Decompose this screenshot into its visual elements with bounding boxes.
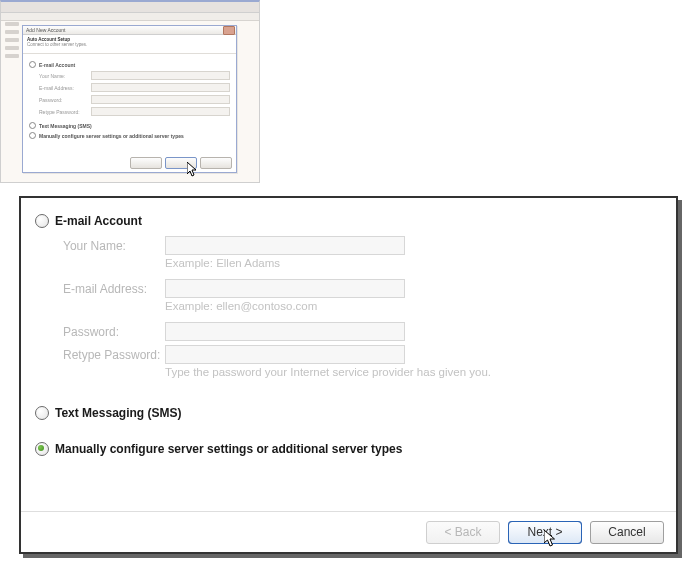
back-button: < Back bbox=[426, 521, 500, 544]
your-name-label: Your Name: bbox=[63, 239, 165, 253]
option-email-label: E-mail Account bbox=[55, 214, 142, 228]
password-label: Password: bbox=[63, 325, 165, 339]
account-setup-dialog: E-mail Account Your Name: Example: Ellen… bbox=[19, 196, 678, 554]
thumbnail-cancel-button bbox=[200, 157, 232, 169]
thumbnail-opt-email: E-mail Account bbox=[39, 62, 75, 68]
email-label: E-mail Address: bbox=[63, 282, 165, 296]
thumbnail-opt-sms: Text Messaging (SMS) bbox=[39, 123, 92, 129]
radio-icon bbox=[35, 406, 49, 420]
thumbnail-opt-manual: Manually configure server settings or ad… bbox=[39, 133, 184, 139]
dialog-footer: < Back Next > Cancel bbox=[21, 511, 676, 552]
cursor-icon bbox=[187, 162, 199, 178]
radio-checked-icon bbox=[35, 442, 49, 456]
email-field bbox=[165, 279, 405, 298]
option-text-messaging[interactable]: Text Messaging (SMS) bbox=[35, 406, 662, 420]
option-sms-label: Text Messaging (SMS) bbox=[55, 406, 181, 420]
email-account-form: Your Name: Example: Ellen Adams E-mail A… bbox=[63, 236, 662, 378]
retype-password-field bbox=[165, 345, 405, 364]
email-hint: Example: ellen@contoso.com bbox=[165, 300, 662, 312]
cancel-button[interactable]: Cancel bbox=[590, 521, 664, 544]
your-name-field bbox=[165, 236, 405, 255]
context-thumbnail: Add New Account Auto Account Setup Conne… bbox=[0, 0, 260, 200]
radio-icon bbox=[35, 214, 49, 228]
cursor-icon bbox=[544, 530, 558, 548]
option-manual-configure[interactable]: Manually configure server settings or ad… bbox=[35, 442, 662, 456]
thumbnail-back-button bbox=[130, 157, 162, 169]
thumbnail-dialog: Add New Account Auto Account Setup Conne… bbox=[22, 25, 237, 173]
thumbnail-head-sub: Connect to other server types. bbox=[27, 42, 232, 47]
password-field bbox=[165, 322, 405, 341]
password-hint: Type the password your Internet service … bbox=[165, 366, 662, 378]
retype-password-label: Retype Password: bbox=[63, 348, 165, 362]
option-manual-label: Manually configure server settings or ad… bbox=[55, 442, 402, 456]
thumbnail-app-window: Add New Account Auto Account Setup Conne… bbox=[0, 0, 260, 183]
close-icon bbox=[223, 26, 235, 35]
option-email-account[interactable]: E-mail Account bbox=[35, 214, 662, 228]
thumbnail-dialog-title: Add New Account bbox=[26, 27, 65, 33]
your-name-hint: Example: Ellen Adams bbox=[165, 257, 662, 269]
